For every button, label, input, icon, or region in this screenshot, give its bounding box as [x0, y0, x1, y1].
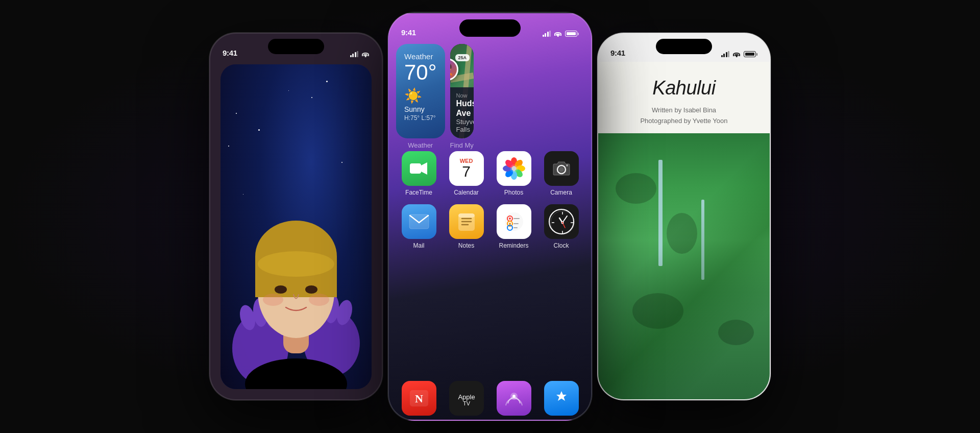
- time-center: 9:41: [401, 28, 416, 37]
- calendar-label: Calendar: [454, 189, 479, 196]
- notes-label: Notes: [458, 242, 474, 249]
- app-appstore[interactable]: [538, 381, 584, 416]
- findmy-now: Now: [456, 92, 468, 99]
- wifi-icon-right: [732, 51, 741, 57]
- waterfall-2: [701, 200, 704, 279]
- weather-sun-icon: ☀️: [404, 87, 437, 104]
- weather-range: H:75° L:57°: [404, 114, 437, 122]
- svg-point-32: [566, 164, 568, 166]
- svg-point-13: [258, 251, 334, 277]
- map-route-label: 25A: [455, 54, 470, 61]
- article-header: Kahului Written by Isabel Bina Photograp…: [598, 62, 770, 137]
- right-content: Kahului Written by Isabel Bina Photograp…: [598, 34, 770, 399]
- power-center[interactable]: [591, 105, 592, 141]
- status-icons-right: [721, 51, 758, 57]
- appletv-icon: Apple TV: [456, 390, 477, 406]
- podcasts-icon: [504, 388, 524, 408]
- weather-temp: 70°: [404, 62, 437, 83]
- signal-icon-center: [543, 31, 551, 37]
- aerial-landscape: [598, 133, 770, 399]
- weather-condition: Sunny: [404, 105, 437, 113]
- svg-point-15: [305, 285, 317, 294]
- camera-icon: [551, 160, 572, 177]
- svg-point-43: [509, 218, 511, 220]
- app-grid: FaceTime WED 7 Calendar: [396, 151, 584, 249]
- app-news[interactable]: N: [396, 381, 442, 416]
- clock-ticks: [550, 210, 575, 235]
- phones-container: 9:41: [209, 7, 771, 426]
- app-podcasts[interactable]: [491, 381, 536, 416]
- svg-point-29: [510, 164, 518, 173]
- wifi-icon-center: [554, 31, 562, 37]
- author-line2: Photographed by Yvette Yoon: [610, 116, 757, 127]
- svg-text:TV: TV: [462, 400, 470, 406]
- app-photos[interactable]: Photos: [491, 151, 536, 196]
- article-image: [598, 133, 770, 399]
- findmy-town: Stuyvesant Falls: [456, 118, 468, 133]
- calendar-date: 7: [462, 164, 471, 179]
- svg-rect-39: [458, 213, 475, 218]
- app-grid-bottom: N Apple TV: [396, 381, 584, 416]
- app-camera[interactable]: Camera: [538, 151, 584, 196]
- volume-down-button[interactable]: [209, 130, 210, 148]
- svg-rect-18: [410, 163, 421, 174]
- svg-point-31: [559, 167, 564, 172]
- phone-center: 9:41: [388, 12, 592, 421]
- app-reminders[interactable]: Reminders: [491, 204, 536, 249]
- center-content: Weather 70° ☀️ Sunny H:75° L:57° Weather: [389, 13, 591, 420]
- dynamic-island-left: [268, 39, 324, 54]
- clock-face: [549, 209, 574, 234]
- svg-text:N: N: [415, 392, 423, 405]
- app-appletv[interactable]: Apple TV: [444, 381, 489, 416]
- app-calendar[interactable]: WED 7 Calendar: [444, 151, 489, 196]
- widgets-row: Weather 70° ☀️ Sunny H:75° L:57° Weather: [396, 44, 584, 149]
- svg-point-17: [309, 294, 329, 306]
- photos-label: Photos: [504, 189, 523, 196]
- signal-icon-left: [350, 51, 359, 57]
- battery-icon-center: [565, 31, 579, 37]
- mail-icon: [408, 213, 430, 230]
- app-mail[interactable]: Mail: [396, 204, 442, 249]
- svg-marker-19: [421, 162, 427, 175]
- reminders-label: Reminders: [499, 242, 528, 249]
- news-icon: N: [409, 389, 429, 407]
- phone-right: 9:41 Kahului: [597, 33, 771, 400]
- findmy-label: Find My: [450, 141, 474, 149]
- article-authors: Written by Isabel Bina Photographed by Y…: [610, 105, 757, 127]
- dynamic-island-center: [459, 19, 521, 37]
- svg-point-59: [561, 222, 563, 224]
- phone-left: 9:41: [209, 33, 383, 400]
- author-line1: Written by Isabel Bina: [610, 105, 757, 116]
- facetime-icon: [410, 161, 428, 176]
- weather-city: Weather: [404, 52, 437, 61]
- mail-label: Mail: [413, 242, 424, 249]
- waterfall-1: [658, 160, 663, 266]
- time-left: 9:41: [223, 49, 237, 57]
- weather-label: Weather: [396, 141, 445, 149]
- reminders-icon: [503, 210, 525, 233]
- weather-widget[interactable]: Weather 70° ☀️ Sunny H:75° L:57° Weather: [396, 44, 445, 149]
- status-icons-left: [350, 51, 370, 57]
- dynamic-island-right: [656, 39, 712, 54]
- notes-icon: [457, 211, 476, 232]
- portrait-artwork: [220, 64, 372, 389]
- svg-point-46: [509, 223, 511, 225]
- app-clock[interactable]: Clock: [538, 204, 584, 249]
- svg-text:Apple: Apple: [458, 393, 475, 401]
- app-facetime[interactable]: FaceTime: [396, 151, 442, 196]
- app-notes[interactable]: Notes: [444, 204, 489, 249]
- svg-point-16: [263, 294, 283, 306]
- findmy-widget[interactable]: 25A 🧑‍🦱 Now Hudson Ave Stuyvesant Falls …: [450, 44, 474, 149]
- power-button[interactable]: [382, 115, 383, 146]
- wifi-icon-left: [361, 51, 370, 57]
- volume-up-button[interactable]: [209, 105, 210, 124]
- status-icons-center: [543, 31, 579, 37]
- appstore-icon: [551, 388, 572, 408]
- svg-point-14: [275, 285, 287, 294]
- article-title: Kahului: [610, 77, 757, 99]
- signal-icon-right: [721, 51, 730, 57]
- avatar-emoji: 🧑‍🦱: [450, 63, 454, 76]
- clock-label: Clock: [553, 242, 569, 249]
- photos-icon: [503, 157, 525, 180]
- camera-label: Camera: [550, 189, 572, 196]
